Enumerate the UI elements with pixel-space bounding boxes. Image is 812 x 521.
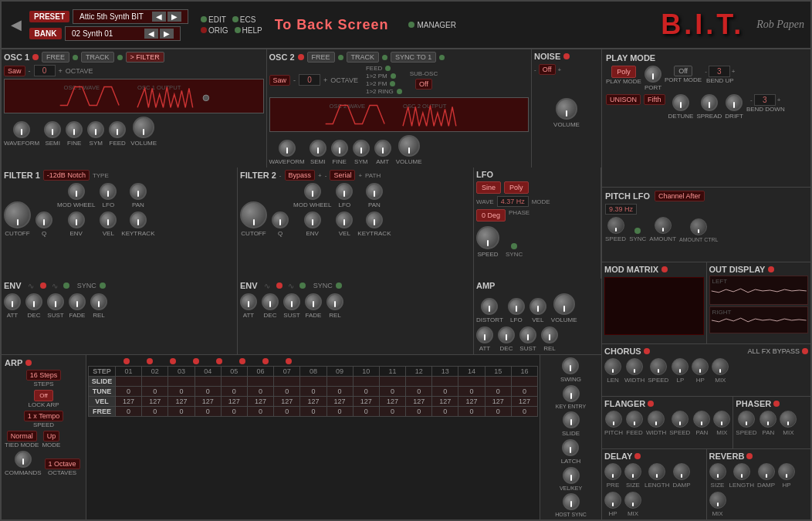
vel-11[interactable]: 127 bbox=[379, 397, 405, 407]
orig-btn[interactable]: ORIG bbox=[201, 26, 228, 35]
osc1-waveform-select[interactable]: Saw bbox=[4, 66, 25, 76]
slide-8[interactable] bbox=[300, 377, 326, 387]
amp-vel-knob[interactable]: VEL bbox=[529, 298, 546, 323]
bend-down-val[interactable]: 3 bbox=[754, 94, 776, 106]
filter2-modwheel-knob[interactable]: MOD WHEEL bbox=[293, 183, 331, 208]
lfo-mode-poly-btn[interactable]: Poly bbox=[504, 181, 529, 194]
filter2-cutoff-knob[interactable]: CUTOFF bbox=[240, 201, 267, 237]
port-knob[interactable]: PORT bbox=[645, 66, 661, 91]
vel-key-knob[interactable]: VEL/KEY bbox=[560, 467, 582, 491]
sub-osc-val[interactable]: Off bbox=[415, 79, 432, 90]
free-16[interactable]: 0 bbox=[511, 407, 537, 417]
osc2-waveform-knob[interactable]: WAVEFORM bbox=[269, 140, 305, 165]
arp-octaves-btn[interactable]: 1 Octave bbox=[45, 458, 80, 469]
filter2-q-knob[interactable]: Q bbox=[272, 211, 289, 237]
reverb-mix-knob[interactable]: MIX bbox=[709, 492, 726, 517]
free-5[interactable]: 0 bbox=[221, 407, 247, 417]
delay-size-knob[interactable]: SIZE bbox=[624, 463, 641, 489]
slide-9[interactable] bbox=[326, 377, 353, 387]
env1-sust-knob[interactable]: SUST bbox=[47, 293, 64, 319]
free-3[interactable]: 0 bbox=[168, 407, 195, 417]
reverb-damp-knob[interactable]: DAMP bbox=[757, 463, 775, 489]
spread-knob[interactable]: SPREAD bbox=[696, 94, 722, 120]
osc2-sym-knob[interactable]: SYM bbox=[353, 140, 370, 165]
lfo-deg-btn[interactable]: 0 Deg bbox=[476, 209, 506, 222]
manager-btn[interactable]: MANAGER bbox=[408, 21, 456, 29]
free-14[interactable]: 0 bbox=[458, 407, 485, 417]
osc2-semi-knob[interactable]: SEMI bbox=[310, 140, 326, 165]
free-1[interactable]: 0 bbox=[116, 407, 142, 417]
tune-15[interactable]: 0 bbox=[485, 387, 511, 397]
slide-knob[interactable]: SLIDE bbox=[562, 411, 580, 437]
free-15[interactable]: 0 bbox=[485, 407, 511, 417]
arp-commands-knob[interactable]: COMMANDS bbox=[5, 451, 42, 476]
osc2-fine-knob[interactable]: FINE bbox=[331, 140, 348, 165]
phaser-pan-knob[interactable]: PAN bbox=[760, 411, 776, 436]
filter1-q-knob[interactable]: Q bbox=[36, 211, 52, 237]
filter1-vel-knob[interactable]: VEL bbox=[100, 211, 117, 237]
arp-mode-btn[interactable]: Up bbox=[43, 431, 60, 441]
ecs-btn[interactable]: ECS bbox=[232, 15, 256, 24]
amp-lfo-knob[interactable]: LFO bbox=[508, 298, 525, 323]
osc2-volume-knob[interactable]: VOLUME bbox=[396, 135, 422, 165]
amp-sust-knob[interactable]: SUST bbox=[519, 326, 536, 352]
vel-4[interactable]: 127 bbox=[195, 397, 221, 407]
tune-11[interactable]: 0 bbox=[379, 387, 405, 397]
vel-12[interactable]: 127 bbox=[406, 397, 432, 407]
bank-next-btn[interactable]: ▶ bbox=[160, 29, 174, 39]
flanger-speed-knob[interactable]: SPEED bbox=[669, 411, 690, 436]
amp-att-knob[interactable]: ATT bbox=[476, 326, 493, 352]
filter1-env-knob[interactable]: ENV bbox=[57, 211, 95, 237]
slide-2[interactable] bbox=[142, 377, 168, 387]
osc2-amt-knob[interactable]: AMT bbox=[374, 140, 391, 165]
osc1-sym-knob[interactable]: SYM bbox=[87, 121, 104, 147]
latch-knob[interactable]: LATCH bbox=[561, 439, 581, 465]
filter1-keytrack-knob[interactable]: KEYTRACK bbox=[121, 211, 154, 237]
delay-pre-knob[interactable]: PRE bbox=[604, 463, 621, 489]
filter2-bypass-btn[interactable]: Bypass bbox=[285, 170, 316, 181]
env1-att-knob[interactable]: ATT bbox=[4, 293, 21, 319]
edit-btn[interactable]: EDIT bbox=[201, 15, 226, 24]
amp-volume-knob[interactable]: VOLUME bbox=[551, 293, 577, 323]
tune-8[interactable]: 0 bbox=[300, 387, 326, 397]
vel-16[interactable]: 127 bbox=[511, 397, 537, 407]
lfo-wave-sine-btn[interactable]: Sine bbox=[476, 181, 501, 194]
vel-5[interactable]: 127 bbox=[221, 397, 247, 407]
osc2-octave-val[interactable]: 0 bbox=[299, 74, 320, 86]
filter1-cutoff-knob[interactable]: CUTOFF bbox=[4, 201, 31, 237]
filter2-pan-knob[interactable]: PAN bbox=[357, 183, 391, 208]
help-btn[interactable]: HELP bbox=[235, 26, 262, 35]
delay-damp-knob[interactable]: DAMP bbox=[672, 463, 690, 489]
arp-steps-val[interactable]: 16 Steps bbox=[26, 370, 62, 381]
filter2-lfo-knob[interactable]: LFO bbox=[336, 183, 353, 208]
tune-7[interactable]: 0 bbox=[274, 387, 300, 397]
phaser-speed-knob[interactable]: SPEED bbox=[736, 411, 756, 436]
host-sync-knob[interactable]: HOST SYNC bbox=[555, 493, 587, 517]
arrow-left-icon[interactable]: ◀ bbox=[8, 16, 25, 33]
chorus-mix-knob[interactable]: MIX bbox=[712, 358, 729, 384]
detune-knob[interactable]: DETUNE bbox=[668, 94, 694, 120]
osc2-track-btn[interactable]: TRACK bbox=[347, 52, 380, 63]
slide-13[interactable] bbox=[432, 377, 458, 387]
free-2[interactable]: 0 bbox=[142, 407, 168, 417]
free-7[interactable]: 0 bbox=[274, 407, 300, 417]
osc2-sync-btn[interactable]: SYNC TO 1 bbox=[391, 52, 436, 63]
chorus-hp-knob[interactable]: HP bbox=[692, 358, 709, 384]
filter2-vel-knob[interactable]: VEL bbox=[336, 211, 353, 237]
slide-16[interactable] bbox=[511, 377, 537, 387]
env2-att-knob[interactable]: ATT bbox=[240, 293, 257, 319]
env2-rel-knob[interactable]: REL bbox=[326, 293, 343, 319]
phaser-mix-knob[interactable]: MIX bbox=[780, 411, 797, 436]
fifth-btn[interactable]: Fifth bbox=[644, 94, 665, 105]
noise-off-btn[interactable]: Off bbox=[539, 64, 556, 75]
tune-3[interactable]: 0 bbox=[168, 387, 195, 397]
bank-prev-btn[interactable]: ◀ bbox=[144, 29, 158, 39]
flanger-pitch-knob[interactable]: PITCH bbox=[604, 411, 623, 436]
tune-12[interactable]: 0 bbox=[406, 387, 432, 397]
flanger-pan-knob[interactable]: PAN bbox=[693, 411, 710, 436]
osc1-fine-knob[interactable]: FINE bbox=[66, 121, 83, 147]
tune-6[interactable]: 0 bbox=[247, 387, 273, 397]
port-mode-btn[interactable]: Off bbox=[674, 66, 692, 76]
slide-7[interactable] bbox=[274, 377, 300, 387]
lfo-speed-knob[interactable]: SPEED bbox=[476, 226, 499, 258]
